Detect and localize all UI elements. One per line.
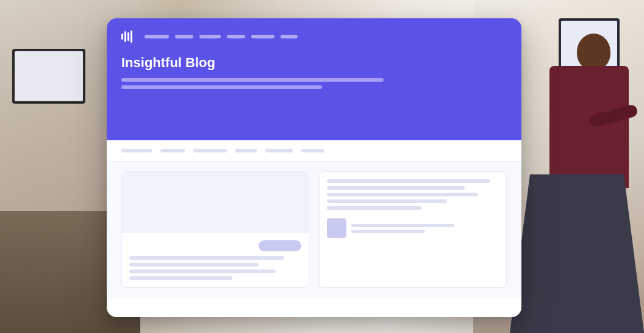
tag-pill-left: [259, 240, 301, 251]
person-head: [577, 34, 610, 70]
card-top-nav: [121, 30, 507, 43]
nav-line-6: [281, 35, 298, 38]
article-right-lines: [327, 179, 499, 210]
card-body: [107, 140, 521, 298]
article-line-1: [129, 256, 284, 260]
article-tag-left: [129, 240, 301, 251]
subtitle-line-1: [121, 78, 384, 82]
sec-nav-line-5: [265, 149, 293, 152]
article-line-3: [129, 270, 276, 273]
article-lines-left: [122, 256, 309, 287]
article-card-left: [121, 171, 309, 288]
ui-card: Insightful Blog: [107, 18, 521, 317]
nav-line-5: [251, 35, 274, 38]
article-right-line-4: [327, 199, 447, 203]
author-name-line: [351, 224, 454, 227]
blog-title: Insightful Blog: [121, 55, 507, 71]
article-right-content: [320, 172, 506, 245]
article-right-line-2: [327, 186, 465, 190]
monitor-left-screen: [15, 51, 83, 101]
sec-nav-line-3: [193, 149, 227, 152]
logo-bar-3: [127, 32, 129, 41]
nav-line-1: [145, 35, 169, 38]
person-body: [549, 66, 629, 188]
subtitle-lines: [121, 78, 507, 89]
article-line-2: [129, 263, 259, 267]
author-avatar: [327, 218, 346, 238]
sec-nav-line-6: [301, 149, 324, 152]
logo-icon: [121, 30, 132, 43]
logo-bar-1: [121, 34, 123, 40]
author-meta-line: [351, 230, 425, 233]
article-right-line-5: [327, 206, 421, 210]
article-image-left: [122, 172, 309, 233]
nav-line-2: [175, 35, 193, 38]
subtitle-line-2: [121, 85, 322, 89]
monitor-left: [12, 49, 85, 104]
author-row: [327, 218, 499, 238]
article-line-4: [129, 276, 232, 280]
card-header: Insightful Blog: [107, 18, 521, 140]
nav-line-3: [199, 35, 221, 38]
secondary-nav: [107, 140, 521, 162]
sec-nav-line-2: [160, 149, 185, 152]
article-right-line-1: [327, 179, 490, 183]
article-right-line-3: [327, 193, 478, 196]
sec-nav-line-1: [121, 149, 152, 152]
content-grid: [107, 162, 521, 298]
nav-placeholder-lines: [145, 35, 298, 38]
chair: [510, 174, 644, 333]
author-lines: [351, 224, 499, 233]
logo-bar-2: [124, 31, 126, 42]
article-card-right: [319, 171, 507, 288]
logo-bar-4: [131, 30, 132, 43]
sec-nav-line-4: [235, 149, 257, 152]
nav-line-4: [227, 35, 245, 38]
